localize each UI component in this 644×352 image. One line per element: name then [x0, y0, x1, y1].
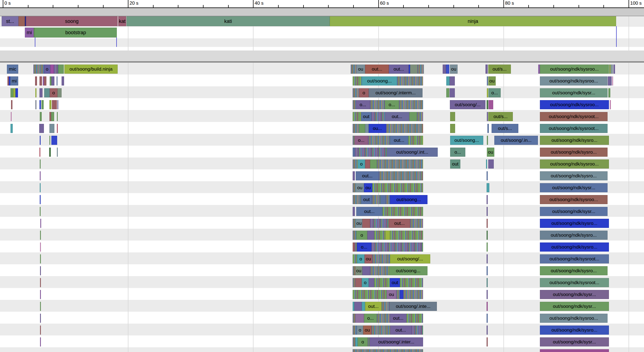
trace-slice[interactable] — [487, 266, 488, 275]
trace-slice[interactable]: out — [361, 195, 372, 204]
trace-slice[interactable] — [354, 302, 362, 311]
trace-slice[interactable]: out/soong/.inter... — [369, 337, 423, 346]
trace-slice[interactable]: o — [44, 65, 50, 74]
trace-slice[interactable]: kati — [126, 16, 330, 26]
stripe-slice-cluster[interactable] — [353, 326, 357, 335]
trace-slice[interactable]: o... — [489, 88, 501, 97]
trace-slice[interactable] — [40, 231, 41, 240]
trace-slice[interactable] — [355, 278, 362, 287]
trace-slice[interactable]: out/s... — [488, 65, 511, 74]
stripe-slice-cluster[interactable] — [372, 195, 380, 204]
trace-slice[interactable] — [385, 231, 390, 240]
trace-slice[interactable]: out/soong/build.ninja — [64, 65, 118, 74]
trace-slice[interactable] — [488, 159, 494, 169]
stripe-slice-cluster[interactable] — [371, 326, 390, 335]
stripe-slice-cluster[interactable] — [377, 159, 423, 169]
stripe-slice-cluster[interactable] — [386, 195, 390, 204]
trace-slice[interactable]: out/soong... — [390, 195, 427, 204]
trace-slice[interactable] — [487, 124, 489, 133]
trace-slice[interactable]: out/soong/ndk/sysr... — [540, 302, 609, 311]
trace-slice[interactable] — [487, 219, 488, 228]
stripe-slice-cluster[interactable] — [353, 231, 356, 240]
trace-slice[interactable]: out/soong/ndk/sysro... — [540, 266, 608, 275]
trace-slice[interactable] — [62, 76, 64, 86]
stripe-slice-cluster[interactable] — [396, 290, 400, 299]
stripe-slice-cluster[interactable] — [371, 242, 423, 252]
trace-slice[interactable]: o — [357, 326, 363, 335]
stripe-slice-cluster[interactable] — [377, 314, 390, 323]
trace-slice[interactable] — [608, 76, 612, 86]
stripe-slice-cluster[interactable] — [372, 183, 423, 192]
stripe-slice-cluster[interactable] — [353, 195, 361, 204]
stripe-slice-cluster[interactable] — [372, 254, 390, 263]
trace-slice[interactable]: bootstrap — [35, 28, 117, 38]
trace-slice[interactable] — [57, 148, 58, 157]
trace-slice[interactable] — [487, 100, 488, 109]
trace-slice[interactable] — [40, 136, 41, 145]
trace-slice[interactable] — [51, 76, 54, 86]
trace-slice[interactable] — [487, 112, 488, 121]
trace-slice[interactable] — [57, 124, 58, 133]
trace-slice[interactable] — [40, 112, 42, 121]
stripe-slice-cluster[interactable] — [353, 183, 356, 192]
trace-slice[interactable]: out/soong/ndk/sysro... — [540, 231, 608, 240]
stripe-slice-cluster[interactable] — [382, 302, 389, 311]
trace-slice[interactable] — [608, 88, 610, 97]
trace-slice[interactable]: st... — [2, 16, 19, 26]
trace-slice[interactable] — [40, 266, 41, 275]
trace-slice[interactable] — [446, 88, 449, 97]
trace-slice[interactable]: out... — [390, 136, 408, 145]
trace-slice[interactable]: o — [359, 88, 369, 97]
stripe-slice-cluster[interactable] — [353, 112, 361, 121]
stripe-slice-cluster[interactable] — [408, 136, 423, 145]
trace-slice[interactable] — [486, 159, 487, 169]
trace-slice[interactable] — [487, 337, 488, 346]
trace-slice[interactable]: kat — [118, 16, 126, 26]
trace-slice[interactable]: ou — [450, 65, 458, 74]
trace-slice[interactable]: out/soong/ndk/sysr... — [540, 337, 609, 346]
stripe-slice-cluster[interactable] — [353, 219, 356, 228]
trace-slice[interactable] — [39, 148, 40, 157]
trace-slice[interactable] — [35, 76, 37, 86]
trace-slice[interactable]: out — [390, 278, 400, 287]
trace-slice[interactable] — [35, 100, 36, 109]
trace-slice[interactable]: out... — [385, 112, 409, 121]
trace-slice[interactable] — [40, 183, 41, 192]
trace-slice[interactable] — [450, 124, 455, 133]
trace-slice[interactable]: ou — [365, 254, 372, 263]
trace-slice[interactable]: out/soong/ndk/sysroot... — [540, 254, 609, 263]
trace-slice[interactable] — [446, 65, 449, 74]
trace-slice[interactable] — [353, 148, 355, 157]
trace-slice[interactable]: out/soong/ndk/sysr... — [540, 290, 609, 299]
trace-slice[interactable] — [39, 88, 43, 97]
trace-slice[interactable]: ou — [363, 326, 371, 335]
trace-slice[interactable]: o — [357, 254, 365, 263]
trace-slice[interactable]: out/soong/ndk/sysroot... — [540, 278, 609, 287]
trace-slice[interactable] — [359, 124, 365, 133]
stripe-slice-cluster[interactable] — [371, 112, 385, 121]
stripe-slice-cluster[interactable] — [353, 290, 387, 299]
trace-slice[interactable] — [57, 112, 58, 121]
stripe-slice-cluster[interactable] — [411, 326, 423, 335]
trace-slice[interactable]: ou — [488, 76, 496, 86]
trace-slice[interactable]: o... — [357, 242, 371, 252]
trace-slice[interactable]: out/soong/ndk/sysroo... — [540, 159, 609, 169]
stripe-slice-cluster[interactable] — [353, 100, 356, 109]
trace-slice[interactable] — [367, 231, 374, 240]
trace-slice[interactable]: out/soong/ndk/sysro... — [540, 326, 609, 335]
stripe-slice-cluster[interactable] — [382, 207, 423, 216]
trace-slice[interactable] — [487, 314, 488, 323]
trace-slice[interactable] — [57, 88, 62, 97]
stripe-slice-cluster[interactable] — [370, 266, 389, 275]
trace-slice[interactable]: out/soong/... — [450, 100, 485, 109]
stripe-slice-cluster[interactable] — [400, 278, 423, 287]
trace-slice[interactable] — [353, 171, 355, 180]
trace-slice[interactable]: ou... — [369, 124, 386, 133]
trace-slice[interactable]: ou — [355, 266, 362, 275]
trace-slice[interactable] — [35, 88, 36, 97]
trace-slice[interactable] — [450, 88, 455, 97]
trace-slice[interactable] — [10, 124, 13, 133]
trace-slice[interactable] — [11, 100, 12, 109]
trace-slice[interactable] — [40, 302, 41, 311]
trace-slice[interactable]: o — [362, 278, 369, 287]
